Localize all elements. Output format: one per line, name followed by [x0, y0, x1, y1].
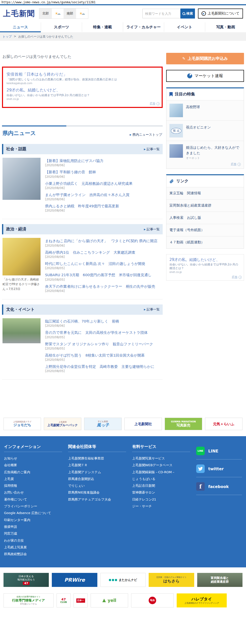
search-input[interactable]	[142, 9, 180, 18]
article-list-link[interactable]: ▶ 記事一覧	[144, 147, 160, 151]
tab-sports[interactable]: スポーツ	[41, 22, 82, 32]
ad-entry[interactable]: 安倍首相「日本はもう終わりだ」 「国民が貧しくなったのはあの黒幕の仕業」総理が告…	[7, 72, 158, 85]
search-button[interactable]: 検索	[180, 9, 195, 19]
featured-item[interactable]: 高校野球	[166, 100, 244, 121]
news-title-link[interactable]: 音の力で世界を元気に 太田の高校生が学生オーケストラ団体	[45, 330, 162, 335]
footer-link[interactable]: お知らせ	[4, 455, 62, 462]
banner-jomo-shimbunsha[interactable]: 上毛新聞社	[124, 418, 162, 430]
news-photo[interactable]	[3, 318, 41, 343]
address-bar[interactable]: https://www.jomo-news.co.jp/news/gunma/s…	[0, 0, 246, 4]
footer-link[interactable]: 上毛新聞縮刷版－CD-ROM－	[132, 469, 190, 475]
banner-prwire[interactable]: PRWire	[52, 573, 97, 587]
ad-info-flag[interactable]: 広告 i	[232, 275, 242, 279]
footer-link[interactable]: 上毛紙上写真展	[4, 544, 62, 551]
ad-title-link[interactable]: 安倍首相「日本はもう終わりだ」	[7, 72, 158, 77]
sns-facebook-link[interactable]: f facebook	[196, 480, 242, 495]
footer-link[interactable]: 広告掲載のご案内	[4, 469, 62, 475]
ad-title-link[interactable]: 29才の私。結婚したいけど、	[169, 257, 241, 262]
footer-link[interactable]: 群馬政経懇話会	[4, 551, 62, 557]
banner-nihonichi[interactable]: 日本一	[74, 593, 88, 607]
sidebar-ad[interactable]: 29才の私。結婚したいけど、 出会いがない。出会いから結婚までは平均9.2か月の…	[166, 254, 244, 281]
about-company-button[interactable]: ▶ 上毛新聞社について	[198, 9, 243, 19]
subscribe-button[interactable]: ✎ 上毛新聞購読お申込み	[166, 53, 244, 64]
site-logo[interactable]: 上毛新聞	[3, 9, 35, 19]
news-title-link[interactable]: 【新着】薬物乱用防止にザスパ協力	[45, 158, 162, 163]
sidebar-link-tomioka-silk[interactable]: 富岡製糸場と絹産業遺産群	[166, 200, 244, 212]
sidebar-link-tokyo-olympics[interactable]: 東京五輪 関連情報	[166, 187, 244, 200]
footer-link[interactable]: 上毛記念日新聞	[132, 482, 190, 489]
footer-link[interactable]: プライバシーポリシー	[4, 503, 62, 510]
footer-link[interactable]: 群馬連合新聞折込	[68, 475, 126, 482]
news-title-link[interactable]: まんが甲子園オンライン 吉井高の佐々木さん入賞	[45, 192, 162, 197]
ad-entry[interactable]: 29才の私。結婚したいけど、 出会いがない。出会いから結婚までは平均9.2か月の…	[7, 88, 158, 100]
footer-link[interactable]: 上毛新聞厚生福祉事業団	[68, 455, 126, 462]
news-title-link[interactable]: 炎天下の作業者向けに凍らせるネッククーラー 桐生の丸中が販売	[45, 284, 162, 289]
article-list-link[interactable]: ▶ 記事一覧	[144, 307, 160, 312]
footer-link[interactable]: 上毛賞	[4, 475, 62, 482]
footer-link[interactable]: 上毛新聞ＴＲ	[68, 462, 126, 468]
sidebar-link-jinji-search[interactable]: 人事検索 お試し版	[166, 212, 244, 224]
news-title-link[interactable]: 県内ふるさと納税 昨年度49億円で最高更新	[45, 204, 162, 209]
footer-link[interactable]: 雷神囲碁サロン	[132, 489, 190, 496]
banner-kazekko[interactable]: 子ども新聞 風っ子	[84, 418, 122, 430]
news-title-link[interactable]: 時代に即したこんにゃく新商品 次々 沼田の迦しょうが開発	[45, 261, 162, 266]
banner-chihoushi-47[interactable]: 日本が見える 地方紙を読もう 47	[4, 573, 49, 587]
ad-info-flag[interactable]: 広告 i	[150, 102, 160, 106]
sns-twitter-link[interactable]: twitter	[196, 462, 242, 477]
banner-47club[interactable]: 47 CLUB	[57, 593, 71, 607]
tab-news[interactable]: ニュース	[0, 22, 41, 32]
banner-gunma-marathon[interactable]: GUNMA MARATHON 写真販売	[165, 418, 202, 430]
news-title-link[interactable]: 臨江閣近くの石川橋、70年ぶり新しく 前橋	[45, 319, 162, 324]
footer-link[interactable]: わが家の主役	[4, 537, 62, 544]
ad-info-flag[interactable]: 広告 i	[231, 162, 241, 167]
footer-link[interactable]: 群馬県NIE推進協議会	[68, 489, 126, 496]
tab-events[interactable]: イベント	[164, 22, 205, 32]
news-title-link[interactable]: 野菜でスタンプ オリジナルシャツ作り 観音山ファミリーパーク	[45, 342, 162, 347]
sidebar-link-denshi-sokuhou[interactable]: 電子速報（号外紙面）	[166, 224, 244, 236]
prefecture-news-top-link[interactable]: ▶ 県内ニューストップ	[130, 132, 162, 137]
news-title-link[interactable]: 上野国分尼寺の金堂位置を特定 高崎市教委 主要な建物明らかに	[45, 364, 162, 369]
footer-link[interactable]: お問い合わせ	[4, 489, 62, 496]
news-title-link[interactable]: まねきねこ店内に「から揚げの天才」 ワタミとFC契約 県内に開店	[45, 238, 162, 243]
footer-link[interactable]: 同窓万歳	[4, 530, 62, 537]
footer-link[interactable]: Google Adsence 広告について	[4, 510, 62, 516]
banner-jomo-bluepack[interactable]: 上毛新聞 上毛新聞ブルーバック	[44, 418, 81, 430]
news-title-link[interactable]: 高校生がそば打ち競う 8校集い太田で第1回全国大会が開幕	[45, 353, 162, 358]
footer-link[interactable]: 上毛新聞アドシステム	[68, 469, 126, 475]
footer-link[interactable]: 上毛新聞写真サービス	[132, 455, 190, 462]
banner-hachisara[interactable]: 北関東・北陸のグルメ情報サイト はちさら	[149, 573, 194, 587]
footer-link[interactable]: 印刷センター案内	[4, 517, 62, 523]
footer-link[interactable]: 採用情報	[4, 482, 62, 489]
featured-ad-item[interactable]: 婚活はじめたら、大好きな人ができました オーネット 広告 i	[166, 141, 244, 169]
ad-title-link[interactable]: 29才の私。結婚したいけど、	[7, 88, 158, 93]
banner-yell[interactable]: yell	[91, 593, 128, 607]
tab-photo-video[interactable]: 写真・動画	[205, 22, 246, 32]
banner-genki-life[interactable]: 元気＋らいふ	[205, 418, 242, 430]
banner-jomodachi[interactable]: 上毛新聞読者クラブ ジョモだち	[4, 418, 41, 430]
news-photo[interactable]	[3, 238, 41, 275]
breadcrumb-home-link[interactable]: トップ	[3, 35, 12, 39]
footer-link[interactable]: 会社概要	[4, 462, 62, 468]
tab-features[interactable]: 特集・連載	[82, 22, 123, 32]
weather-widget[interactable]: 北部 ☀☁ 南部 ☀☁	[39, 8, 88, 19]
news-photo[interactable]	[3, 158, 41, 200]
banner-gyosei-media[interactable]: 全国の行政専門情報サイト 行政専門情報メディア 47行政ジャーナル	[4, 593, 54, 607]
featured-item[interactable]: 視 点 視点オピニオン	[166, 121, 244, 141]
tab-life-culture[interactable]: ライフ・カルチャー	[123, 22, 164, 32]
footer-link[interactable]: じょうもばいる	[132, 475, 190, 482]
footer-link[interactable]: 上毛新聞WEBデータベース	[132, 462, 190, 468]
market-report-button[interactable]: マーケット速報	[166, 70, 244, 82]
news-title-link[interactable]: SUBARU 21年3月期 600億円の黒字予想 米市場が回復見通し	[45, 272, 162, 277]
footer-link[interactable]: 著作権について	[4, 496, 62, 503]
sidebar-link-47-videos[interactable]: ４７動画（紙面連動）	[166, 236, 244, 248]
sns-line-link[interactable]: LINE LINE	[196, 445, 242, 459]
banner-gougai[interactable]: 号外	[131, 593, 174, 607]
banner-tomioka-silk[interactable]: 富岡製糸場と 絹産業遺産群	[197, 573, 242, 587]
footer-link[interactable]: でりじぇい	[68, 482, 126, 489]
banner-matakan-navi[interactable]: またかんナビ	[100, 573, 146, 587]
banner-harebutai[interactable]: ハレブタイ 上毛新聞社のクラウドファンディング	[177, 593, 227, 607]
footer-link[interactable]: ジー・サーチ	[132, 503, 190, 510]
footer-link[interactable]: 日経テレコン21	[132, 496, 190, 503]
article-list-link[interactable]: ▶ 記事一覧	[144, 227, 160, 232]
footer-link[interactable]: 群馬県アマチュアゴルフ大会	[68, 496, 126, 503]
